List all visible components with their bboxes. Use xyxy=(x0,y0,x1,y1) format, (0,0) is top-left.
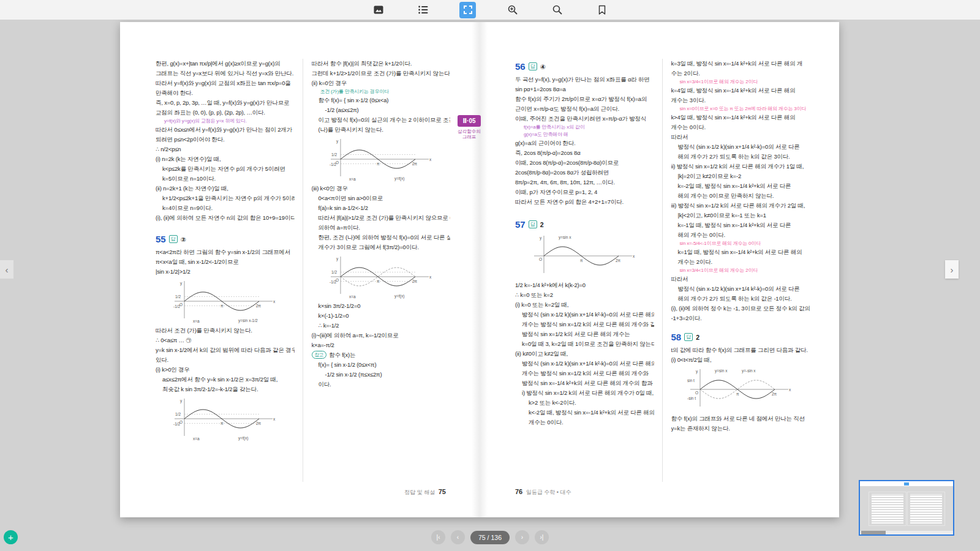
text-line: 이고 방정식 f(x)=0의 실근의 개수는 2 이하이므로 조건 xyxy=(312,115,451,125)
section-tab-title: 삼각함수의 그래프 xyxy=(455,129,483,140)
left-page-footer: 정답 및 해설 75 xyxy=(404,488,448,497)
fullscreen-icon[interactable] xyxy=(459,2,476,18)
text-line: f(x)= { sin x-1/2 (0≤x<π) xyxy=(312,360,451,370)
thumbnail-scrollbar[interactable] xyxy=(860,531,953,534)
svg-text:y: y xyxy=(180,399,183,403)
svg-text:O: O xyxy=(695,391,698,395)
text-line: 0<a<π이면 sin a>0이므로 xyxy=(312,193,451,203)
previous-page-button[interactable]: ‹ xyxy=(451,530,465,544)
last-page-button[interactable]: ›| xyxy=(535,530,549,544)
text-line: 따라서 모든 자연수 p의 합은 4+2+1=7이다. xyxy=(515,197,654,207)
first-page-button[interactable]: |‹ xyxy=(431,530,445,544)
page-back-edge-button[interactable]: ‹ xyxy=(0,260,13,279)
svg-text:1/2: 1/2 xyxy=(331,270,337,274)
svg-text:sin t: sin t xyxy=(687,378,695,383)
svg-text:O: O xyxy=(336,160,339,165)
text-line: g(x)=a의 근이어야 한다. xyxy=(515,138,654,148)
thumbnail-scrollbar-thumb[interactable] xyxy=(861,531,886,534)
text-line: k+1/2<p≤2k+1을 만족시키는 자연수 p의 개수가 5이려면 xyxy=(156,193,295,203)
left-page-column-1: 한편, g(x)=x+|tan πx/p|에서 g(x)≥x이므로 y=g(x)… xyxy=(156,59,295,482)
section-tab-title-line1: 삼각함수의 xyxy=(458,129,481,134)
add-button[interactable]: + xyxy=(4,530,18,544)
text-line: t의 값에 따라 함수 f(x)의 그래프를 그리면 다음과 같다. xyxy=(671,345,810,355)
solution-graph: yxOπ2πy=sin x xyxy=(515,233,654,279)
text-line: 개수는 0이다. xyxy=(671,122,810,132)
text-line: 의하여 a=π이다. xyxy=(312,223,451,233)
answer-value: 2 xyxy=(696,334,699,341)
text-line: ∴ 0<a≤π … ㉠ xyxy=(156,335,295,345)
text-line: ∴ k=-1/2 xyxy=(312,321,451,331)
text-line: -1/2 sin x-1/2 (π≤x≤2π) xyxy=(312,370,451,380)
text-line: 방정식 (sin x-1/2 k)(sin x+1/4 k²-k)=0의 서로 … xyxy=(671,142,810,152)
text-line: k=1일 때, 방정식 sin x=-1/4 k²+k의 서로 다른 해의 xyxy=(671,247,810,257)
text-line: (i) k=0 또는 k=2일 때, xyxy=(515,300,654,310)
search-icon[interactable] xyxy=(549,2,565,18)
solution-graph: 1/2-1/2yxOπ2πy=f(x)x=a xyxy=(312,136,451,182)
svg-text:O: O xyxy=(179,420,183,424)
text-line: 개수는 방정식 sin x=1/2 k의 서로 다른 해의 개수와 xyxy=(515,369,654,378)
text-line: 함수 f(x)의 그래프와 서로 다른 네 점에서 만나는 직선 xyxy=(671,414,810,424)
svg-text:y=f(x): y=f(x) xyxy=(238,436,248,441)
right-page-footer: 76 일등급 수학 • 대수 xyxy=(513,488,571,497)
svg-text:x: x xyxy=(429,157,432,162)
text-line: 2cos(8π/p-8α)=2cos 8α가 성립하려면 xyxy=(515,168,654,178)
text-line: 즉, x=0, p, 2p, 3p, …일 때, y=f(x)와 y=g(x)가… xyxy=(156,98,295,108)
annotation-line: y=f(x)와 y=g(x)의 교점은 y=x 위에 있다. xyxy=(156,118,295,125)
text-line: k×(-1)-1/2=0 xyxy=(312,311,451,321)
annotation-line: 조건 (가)를 만족시키는 경우이다 xyxy=(312,88,451,96)
text-line: y=k는 존재하지 않는다. xyxy=(671,424,810,433)
svg-text:y: y xyxy=(336,139,339,144)
solution-graph: yxOπ2πsin t-sin ty=sin xy=-sin x xyxy=(671,366,810,413)
svg-text:1/2: 1/2 xyxy=(175,294,181,299)
text-line: (iii) k<0인 경우 xyxy=(312,184,451,193)
right-page-column-1: 56답④두 곡선 y=f(x), y=g(x)가 만나는 점의 x좌표를 α라 … xyxy=(515,59,654,482)
text-line: (i)~(iii)에 의하여 a=π, k=-1/2이므로 xyxy=(312,331,451,340)
zoom-in-icon[interactable] xyxy=(504,2,521,18)
page-forward-edge-button[interactable]: › xyxy=(945,260,959,279)
annotation-line: sin x=3/4<1이므로 해의 개수는 2이다 xyxy=(671,78,810,86)
text-line: (i) n=2k (k는 자연수)일 때, xyxy=(156,154,295,164)
answer-badge: 답 xyxy=(529,220,537,228)
svg-text:2π: 2π xyxy=(256,421,262,425)
text-line: 1/2 k=-1/4 k²+k에서 k(k-2)=0 xyxy=(515,280,654,290)
spacer xyxy=(671,323,810,329)
text-line: 이때, p가 자연수이므로 p=1, 2, 4 xyxy=(515,187,654,197)
contents-list-icon[interactable] xyxy=(415,2,431,18)
svg-text:y=-sin x: y=-sin x xyxy=(742,369,756,373)
page-indicator[interactable]: 75 / 136 xyxy=(470,531,510,544)
text-line: 즉, 2cos 8(π/p-α)=2cos 8α xyxy=(515,148,654,158)
text-line: |k|=2이고 k≠2이므로 k=-2 xyxy=(671,171,810,181)
svg-text:-sin t: -sin t xyxy=(687,396,696,400)
text-line: 방정식 sin x=-1/4 k²+k의 서로 다른 해의 개수의 합과 같다. xyxy=(515,378,654,388)
thumbnail-page-right xyxy=(907,492,945,526)
text-line: 한편, 조건 (나)에 의하여 방정식 f(x)=0의 서로 다른 실근의 xyxy=(312,233,451,242)
text-line: (ii) k=0인 경우 xyxy=(312,78,451,88)
svg-text:2π: 2π xyxy=(256,304,262,308)
thumbnail-preview[interactable] xyxy=(859,480,954,536)
text-line: 방정식 (sin x-1/2 k)(sin x+1/4 k²-k)=0의 서로 … xyxy=(515,359,654,369)
text-line: y=k sin x-1/2에서 k의 값의 범위에 따라 다음과 같은 경우가 xyxy=(156,345,295,355)
text-line: 있다. xyxy=(156,355,295,365)
text-line: 따라서 |f(a)|>1/2로 조건 (가)를 만족시키지 않으므로 ㉠에 xyxy=(312,213,451,223)
solution-graph: 1/2-1/2yxOπ2πy=f(x)x=a xyxy=(156,395,295,442)
annotation-line: sin x=-5/4<-1이므로 해의 개수는 0이다 xyxy=(671,240,810,247)
text-line: 8π/p=2π, 4π, 6π, 8π, 10π, 12π, …이다. xyxy=(515,178,654,187)
text-line: a≤x≤2π에서 함수 y=k sin x-1/2은 x=3π/2일 때, xyxy=(156,375,295,384)
text-line: k=3일 때, 방정식 sin x=-1/4 k²+k의 서로 다른 해의 개 xyxy=(671,59,810,69)
text-line: 개수는 방정식 sin x=1/2 k의 서로 다른 해의 개수와 같다. xyxy=(515,320,654,329)
svg-text:y=sin x-1/2: y=sin x-1/2 xyxy=(238,318,258,323)
svg-text:2π: 2π xyxy=(412,279,418,283)
thumbnails-icon[interactable] xyxy=(370,2,386,18)
svg-text:x: x xyxy=(273,299,276,304)
text-line: 교점의 좌표는 (0, 0), (p, p), (2p, 2p), …이다. xyxy=(156,108,295,118)
text-line: |k|<2이고, k≠0이므로 k=-1 또는 k=1 xyxy=(671,211,810,220)
bookmark-icon[interactable] xyxy=(594,2,610,18)
text-line: -1+3=2이다. xyxy=(671,313,810,323)
text-line: 해의 개수가 2가 되도록 하는 k의 값은 3이다. xyxy=(671,152,810,162)
svg-text:x=a: x=a xyxy=(349,294,356,299)
next-page-button[interactable]: › xyxy=(515,530,529,544)
answer-badge: 답 xyxy=(169,235,178,243)
problem-heading: 56답④ xyxy=(515,61,654,72)
answer-value: ② xyxy=(181,236,186,243)
svg-text:y: y xyxy=(336,257,339,261)
